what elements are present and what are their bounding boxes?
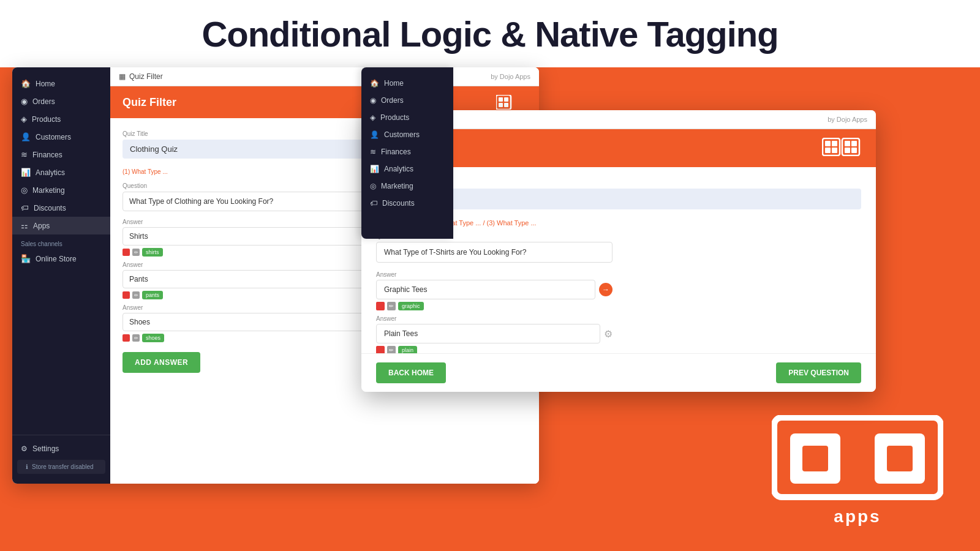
wf-edit-icon-2[interactable]: ✏ xyxy=(387,346,396,353)
svg-rect-0 xyxy=(496,95,511,110)
dojo-logo-front xyxy=(822,138,861,159)
svg-rect-13 xyxy=(845,148,850,153)
add-answer-button-back[interactable]: ADD ANSWER xyxy=(123,352,200,373)
svg-rect-9 xyxy=(832,148,837,153)
sidebar-item-label: Home xyxy=(36,80,55,88)
sidebar-item-label: Apps xyxy=(33,222,50,230)
products2-icon: ◈ xyxy=(370,113,375,122)
wf-gear-icon-2[interactable]: ⚙ xyxy=(604,328,612,340)
sidebar-item-apps[interactable]: ⚏ Apps xyxy=(12,217,110,234)
titlebar-left: ▦ Quiz Filter xyxy=(119,72,163,81)
sidebar2-finances[interactable]: ≋ Finances xyxy=(361,143,453,160)
products-icon: ◈ xyxy=(21,114,27,124)
discounts2-icon: 🏷 xyxy=(370,199,377,208)
wf-tag-btn-2[interactable]: plain xyxy=(398,346,417,353)
svg-rect-5 xyxy=(823,138,840,156)
sidebar2-customers[interactable]: 👤 Customers xyxy=(361,126,453,143)
svg-rect-7 xyxy=(832,141,837,146)
wf-two-col: Question Answer → ✏ xyxy=(376,233,861,353)
tag-btn-3[interactable]: shoes xyxy=(142,334,164,342)
edit-icon-2[interactable]: ✏ xyxy=(132,291,140,299)
sidebar2-customers-label: Customers xyxy=(384,130,420,139)
dojo-logo-large: apps xyxy=(772,415,943,527)
sidebar-item-home[interactable]: 🏠 Home xyxy=(12,75,110,92)
sidebar2-analytics[interactable]: 📊 Analytics xyxy=(361,160,453,178)
wf-answer-input-1[interactable] xyxy=(376,280,595,299)
svg-rect-6 xyxy=(825,141,831,146)
by-label-front: by Dojo Apps xyxy=(827,116,867,123)
tag-btn-1[interactable]: shirts xyxy=(142,248,163,257)
wf-question-input[interactable] xyxy=(376,242,612,263)
wf-delete-icon-1[interactable] xyxy=(376,302,385,310)
prev-question-button[interactable]: PREV QUESTION xyxy=(776,362,861,383)
delete-icon-1[interactable] xyxy=(123,249,130,256)
wf-left: Question Answer → ✏ xyxy=(376,233,612,353)
edit-icon-1[interactable]: ✏ xyxy=(132,249,140,256)
edit-icon-3[interactable]: ✏ xyxy=(132,334,140,342)
sidebar-item-label: Orders xyxy=(32,97,55,106)
apps-label: apps xyxy=(834,507,881,527)
delete-icon-3[interactable] xyxy=(123,334,130,342)
customers-icon: 👤 xyxy=(21,132,31,141)
sidebar2-orders-label: Orders xyxy=(381,96,404,105)
sidebar-item-label: Discounts xyxy=(34,204,66,212)
sales-channels-label: Sales channels xyxy=(12,234,110,250)
discounts-icon: 🏷 xyxy=(21,203,29,212)
quiz-header-title-back: Quiz Filter xyxy=(123,96,176,109)
sidebar2-home[interactable]: 🏠 Home xyxy=(361,75,453,92)
sidebar2-products[interactable]: ◈ Products xyxy=(361,109,453,126)
sidebar-item-online-store[interactable]: 🏪 Online Store xyxy=(12,250,110,268)
sidebar-item-label: Customers xyxy=(36,133,71,141)
marketing2-icon: ◎ xyxy=(370,182,376,190)
sidebar-item-marketing[interactable]: ◎ Marketing xyxy=(12,181,110,199)
sidebar-bottom: ⚙ Settings ℹ Store transfer disabled xyxy=(12,435,110,476)
svg-rect-11 xyxy=(845,141,850,146)
delete-icon-2[interactable] xyxy=(123,291,130,299)
sidebar2-analytics-label: Analytics xyxy=(384,165,413,173)
settings-item[interactable]: ⚙ Settings xyxy=(12,440,110,457)
wf-tag-btn-1[interactable]: graphic xyxy=(398,302,424,310)
sidebar-item-label: Marketing xyxy=(32,186,65,195)
tag-btn-2[interactable]: pants xyxy=(142,291,163,299)
marketing-icon: ◎ xyxy=(21,186,28,195)
sidebar2-marketing-label: Marketing xyxy=(381,182,413,190)
sidebar-item-label: Analytics xyxy=(36,168,65,177)
svg-rect-8 xyxy=(825,148,831,153)
wf-answer-row-2: ⚙ xyxy=(376,324,612,343)
svg-rect-12 xyxy=(851,141,857,146)
sidebar2-products-label: Products xyxy=(380,113,409,122)
wf-answer-label-1: Answer xyxy=(376,271,612,278)
store-icon: 🏪 xyxy=(21,254,31,263)
dojo-logo-back xyxy=(496,95,527,110)
svg-rect-10 xyxy=(842,138,859,156)
sidebar-item-finances[interactable]: ≋ Finances xyxy=(12,146,110,163)
wf-answer-input-2[interactable] xyxy=(376,324,600,343)
sidebar-item-discounts[interactable]: 🏷 Discounts xyxy=(12,199,110,217)
sidebar2-discounts[interactable]: 🏷 Discounts xyxy=(361,195,453,212)
sidebar-item-orders[interactable]: ◉ Orders xyxy=(12,92,110,110)
sidebar-item-products[interactable]: ◈ Products xyxy=(12,110,110,128)
sidebar-item-label: Finances xyxy=(32,151,62,159)
store-transfer: ℹ Store transfer disabled xyxy=(17,460,105,474)
back-home-button[interactable]: BACK HOME xyxy=(376,362,446,383)
sidebar2-home-label: Home xyxy=(384,79,404,88)
wf-answer-group-2: Answer ⚙ ✏ plain xyxy=(376,315,612,353)
sidebar-item-customers[interactable]: 👤 Customers xyxy=(12,128,110,146)
wf-edit-icon-1[interactable]: ✏ xyxy=(387,302,396,310)
home-icon: 🏠 xyxy=(21,79,31,88)
sidebar2-marketing[interactable]: ◎ Marketing xyxy=(361,178,453,195)
wf-delete-icon-2[interactable] xyxy=(376,346,385,353)
sidebar2-discounts-label: Discounts xyxy=(382,199,415,208)
settings-icon: ⚙ xyxy=(21,444,28,453)
apps-icon: ⚏ xyxy=(21,221,28,230)
svg-rect-1 xyxy=(499,97,503,102)
svg-rect-19 xyxy=(887,446,913,471)
shopify-sidebar: 🏠 Home ◉ Orders ◈ Products 👤 Customers ≋ xyxy=(12,67,110,484)
orders-icon: ◉ xyxy=(21,97,28,106)
home2-icon: 🏠 xyxy=(370,79,379,88)
wf-arrow-btn-1[interactable]: → xyxy=(599,283,612,296)
wf-footer: BACK HOME PREV QUESTION xyxy=(361,353,876,392)
analytics-icon: 📊 xyxy=(21,168,31,177)
sidebar2-orders[interactable]: ◉ Orders xyxy=(361,92,453,109)
sidebar-item-analytics[interactable]: 📊 Analytics xyxy=(12,163,110,181)
